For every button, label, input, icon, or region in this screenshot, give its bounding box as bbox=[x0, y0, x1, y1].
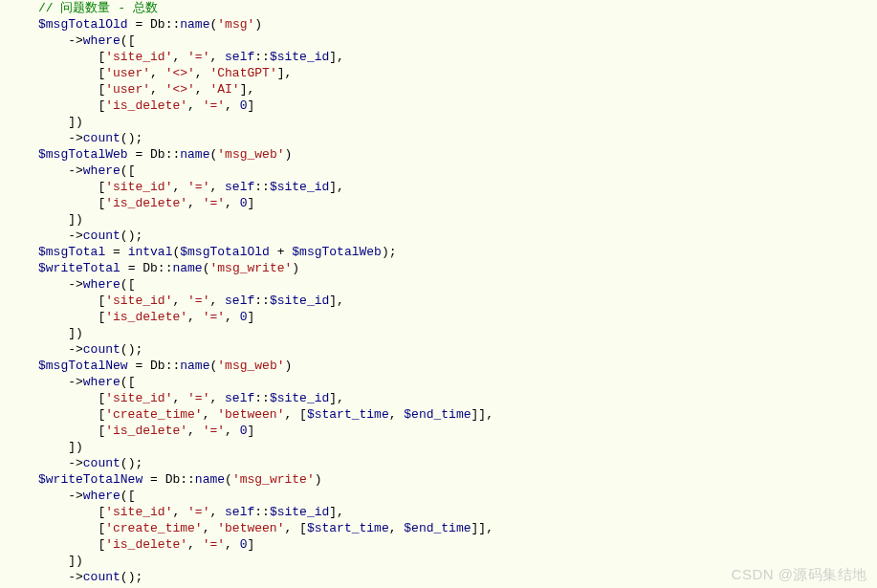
code-block: // 问题数量 - 总数 $msgTotalOld = Db::name('ms… bbox=[0, 0, 877, 585]
var-msgTotalWeb: $msgTotalWeb bbox=[38, 147, 128, 162]
var-msgTotalOld: $msgTotalOld bbox=[38, 17, 128, 32]
var-msgTotalNew: $msgTotalNew bbox=[38, 359, 128, 373]
var-writeTotalNew: $writeTotalNew bbox=[38, 472, 143, 487]
var-msgTotal: $msgTotal bbox=[38, 245, 105, 259]
comment-line: // 问题数量 - 总数 bbox=[38, 1, 158, 15]
watermark: CSDN @源码集结地 bbox=[732, 566, 867, 582]
var-writeTotal: $writeTotal bbox=[38, 261, 121, 275]
